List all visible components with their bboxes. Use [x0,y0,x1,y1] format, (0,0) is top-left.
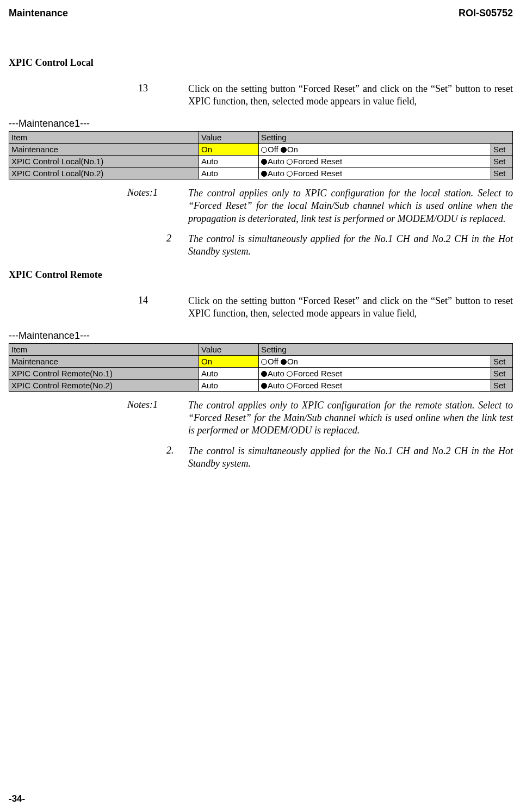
step-text: Click on the setting button “Forced Rese… [188,83,513,108]
radio-on-icon[interactable] [281,359,287,365]
set-button[interactable]: Set [491,143,513,155]
cell-setting: Auto Forced Reset [259,379,491,391]
notes-text: The control applies only to XPIC configu… [188,187,513,225]
cell-item: Maintenance [9,355,199,367]
radio-auto-icon[interactable] [261,159,267,165]
table-row: Maintenance On Off On Set [9,355,513,367]
radio-label-auto: Auto [268,157,284,166]
notes-num: 2. [166,445,188,470]
radio-label-auto: Auto [268,369,284,378]
notes-row: 2 The control is simultaneously applied … [127,233,513,258]
th-setting: Setting [259,343,491,355]
th-set-blank [491,343,513,355]
th-item: Item [9,343,199,355]
radio-label-forced: Forced Reset [293,369,342,378]
notes-row: Notes:1 The control applies only to XPIC… [127,187,513,225]
radio-auto-icon[interactable] [261,371,267,377]
radio-label-on: On [287,357,298,366]
maintenance-table-remote: Item Value Setting Maintenance On Off On… [9,343,513,392]
notes-text: The control is simultaneously applied fo… [188,233,513,258]
cell-value: Auto [199,367,259,379]
cell-setting: Auto Forced Reset [259,167,491,179]
table-row: XPIC Control Remote(No.1) Auto Auto Forc… [9,367,513,379]
cell-setting: Off On [259,355,491,367]
table-row: XPIC Control Local(No.2) Auto Auto Force… [9,167,513,179]
notes-row: Notes:1 The control applies only to XPIC… [127,399,513,437]
maintenance-table-local: Item Value Setting Maintenance On Off On… [9,131,513,179]
notes-num [166,399,188,437]
table-row: Maintenance On Off On Set [9,143,513,155]
step-number: 14 [138,295,188,320]
radio-label-forced: Forced Reset [293,169,342,178]
notes-num: 2 [166,233,188,258]
radio-label-forced: Forced Reset [293,381,342,390]
th-value: Value [199,343,259,355]
notes-label: Notes:1 [127,399,166,437]
radio-label-off: Off [268,145,278,154]
step-text: Click on the setting button “Forced Rese… [188,295,513,320]
radio-label-auto: Auto [268,169,284,178]
notes-label [127,445,166,470]
page-footer: -34- [9,794,25,804]
cell-setting: Auto Forced Reset [259,367,491,379]
radio-off-icon[interactable] [261,359,267,365]
set-button[interactable]: Set [491,155,513,167]
cell-item: XPIC Control Local(No.1) [9,155,199,167]
th-value: Value [199,131,259,143]
radio-label-on: On [287,145,298,154]
step-number: 13 [138,83,188,108]
set-button[interactable]: Set [491,367,513,379]
cell-setting: Auto Forced Reset [259,155,491,167]
cell-item: XPIC Control Remote(No.1) [9,367,199,379]
radio-off-icon[interactable] [261,147,267,153]
radio-forced-icon[interactable] [287,171,293,177]
section-heading-remote: XPIC Control Remote [9,269,513,281]
header-right: ROI-S05752 [459,8,513,19]
notes-label [127,233,166,258]
cell-item: XPIC Control Remote(No.2) [9,379,199,391]
section-heading-local: XPIC Control Local [9,57,513,69]
th-set-blank [491,131,513,143]
cell-value: On [199,355,259,367]
radio-auto-icon[interactable] [261,383,267,389]
cell-item: Maintenance [9,143,199,155]
set-button[interactable]: Set [491,167,513,179]
table-row: XPIC Control Remote(No.2) Auto Auto Forc… [9,379,513,391]
radio-label-forced: Forced Reset [293,157,342,166]
radio-label-off: Off [268,357,278,366]
set-button[interactable]: Set [491,379,513,391]
radio-forced-icon[interactable] [287,159,293,165]
notes-row: 2. The control is simultaneously applied… [127,445,513,470]
table-label: ---Maintenance1--- [9,330,513,342]
table-label: ---Maintenance1--- [9,118,513,129]
step-row: 13 Click on the setting button “Forced R… [138,83,513,108]
notes-text: The control is simultaneously applied fo… [188,445,513,470]
cell-item: XPIC Control Local(No.2) [9,167,199,179]
notes-label: Notes:1 [127,187,166,225]
th-item: Item [9,131,199,143]
notes-num [166,187,188,225]
cell-value: Auto [199,155,259,167]
set-button[interactable]: Set [491,355,513,367]
radio-forced-icon[interactable] [287,383,293,389]
th-setting: Setting [259,131,491,143]
step-row: 14 Click on the setting button “Forced R… [138,295,513,320]
radio-label-auto: Auto [268,381,284,390]
cell-setting: Off On [259,143,491,155]
cell-value: On [199,143,259,155]
radio-on-icon[interactable] [281,147,287,153]
header-left: Maintenance [9,8,68,19]
cell-value: Auto [199,167,259,179]
cell-value: Auto [199,379,259,391]
radio-forced-icon[interactable] [287,371,293,377]
table-row: XPIC Control Local(No.1) Auto Auto Force… [9,155,513,167]
notes-text: The control applies only to XPIC configu… [188,399,513,437]
page-header: Maintenance ROI-S05752 [9,8,513,19]
radio-auto-icon[interactable] [261,171,267,177]
